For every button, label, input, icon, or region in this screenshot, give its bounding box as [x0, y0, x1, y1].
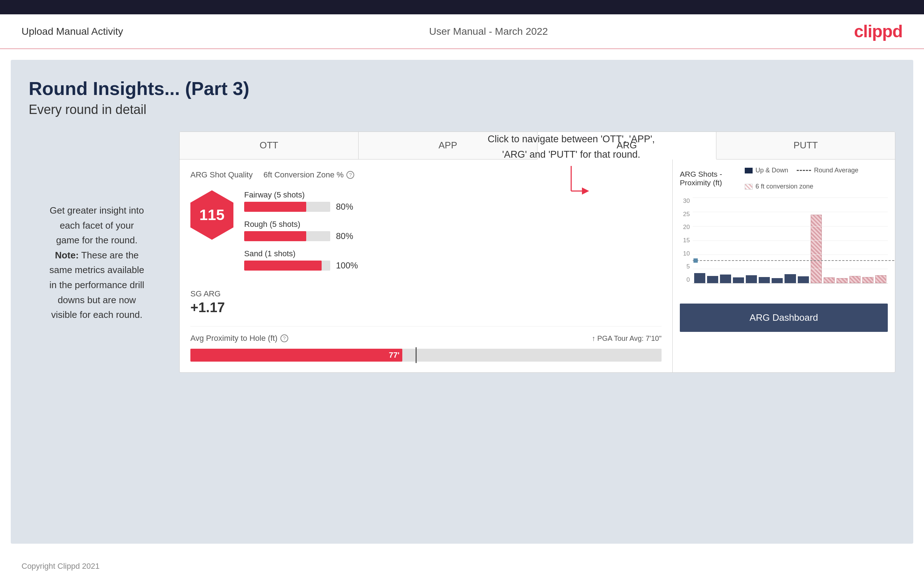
legend-box-dark [745, 168, 753, 174]
legend-hatched-box [745, 184, 753, 190]
chart-header: ARG Shots - Proximity (ft) Up & Down Rou… [680, 167, 888, 190]
proximity-header: Avg Proximity to Hole (ft) ? ↑ PGA Tour … [191, 334, 662, 343]
y-30: 30 [683, 197, 690, 205]
chart-legend: Up & Down Round Average 6 ft conversion … [745, 167, 888, 190]
grid-15 [693, 240, 888, 241]
pga-avg: ↑ PGA Tour Avg: 7'10" [591, 334, 662, 343]
bar-sand: Sand (1 shots) 100% [244, 249, 662, 271]
chart-title: ARG Shots - Proximity (ft) [680, 170, 745, 187]
sg-label: SG ARG [191, 289, 662, 298]
bar-sand-pct: 100% [336, 261, 358, 271]
bar-sand-fill [244, 261, 321, 271]
grid-25 [693, 212, 888, 212]
y-20: 20 [683, 224, 690, 231]
left-description: Get greater insight into each facet of y… [29, 203, 165, 322]
bars-area: 8 [693, 197, 888, 284]
clippd-logo: clippd [854, 21, 903, 41]
copyright-text: Copyright Clippd 2021 [21, 562, 100, 571]
tab-ott[interactable]: OTT [179, 132, 359, 159]
main-content: Round Insights... (Part 3) Every round i… [11, 60, 913, 544]
proximity-section: Avg Proximity to Hole (ft) ? ↑ PGA Tour … [191, 326, 662, 362]
grid-10 [693, 255, 888, 255]
tab-putt[interactable]: PUTT [716, 132, 895, 159]
left-panel: Get greater insight into each facet of y… [29, 132, 165, 373]
bar-sand-track: 100% [244, 261, 662, 271]
help-icon[interactable]: ? [346, 171, 354, 179]
dashed-round-avg: 8 [693, 260, 895, 261]
nav-annotation: Click to navigate between 'OTT', 'APP','… [488, 132, 655, 205]
legend-round-avg-label: Round Average [814, 167, 858, 174]
proximity-value: 77' [389, 350, 400, 360]
bar-rough-track: 80% [244, 231, 662, 241]
legend-round-avg: Round Average [797, 167, 858, 174]
proximity-label-wrapper: Avg Proximity to Hole (ft) ? [191, 334, 288, 343]
footer: Copyright Clippd 2021 [0, 554, 924, 577]
legend-dashed-line [797, 170, 811, 171]
bar-fairway-fill [244, 202, 306, 212]
bar-rough-outer [244, 231, 330, 241]
bar-fairway-pct: 80% [336, 202, 353, 212]
bar-sand-label: Sand (1 shots) [244, 249, 662, 258]
grid-5 [693, 269, 888, 269]
y-0: 0 [687, 276, 690, 284]
note-label: Note: [55, 250, 79, 261]
y-axis: 30 25 20 15 10 5 0 [680, 197, 691, 284]
bar-rough-pct: 80% [336, 231, 353, 241]
conversion-zone-label: 6ft Conversion Zone % ? [263, 170, 355, 180]
arg-dashboard-button[interactable]: ARG Dashboard [680, 303, 888, 332]
legend-6ft-label: 6 ft conversion zone [756, 183, 813, 190]
grid-30 [693, 197, 888, 198]
proximity-bar-track: 77' [191, 349, 662, 362]
proximity-bar-fill: 77' [191, 349, 402, 362]
bar-rough: Rough (5 shots) 80% [244, 220, 662, 241]
header: Upload Manual Activity User Manual - Mar… [0, 15, 924, 49]
slide-subtitle: Every round in detail [29, 102, 895, 117]
bar-fairway-outer [244, 202, 330, 212]
y-5: 5 [687, 263, 690, 270]
sg-value: +1.17 [191, 300, 662, 315]
legend-6ft-zone: 6 ft conversion zone [745, 183, 813, 190]
top-bar [0, 0, 924, 15]
bar-sand-outer [244, 261, 330, 271]
nav-annotation-text: Click to navigate between 'OTT', 'APP','… [488, 132, 655, 162]
slide-title: Round Insights... (Part 3) [29, 78, 895, 99]
legend-up-down: Up & Down [745, 167, 788, 174]
proximity-label: Avg Proximity to Hole (ft) [191, 334, 278, 343]
legend-up-down-label: Up & Down [756, 167, 788, 174]
grid-20 [693, 226, 888, 227]
chart-section: ARG Shots - Proximity (ft) Up & Down Rou… [673, 160, 895, 372]
arrow-svg [550, 162, 593, 205]
hex-score: 115 [191, 190, 233, 240]
chart-container: 30 25 20 15 10 5 0 [680, 197, 888, 291]
svg-marker-2 [582, 187, 589, 195]
dash-dot [693, 258, 698, 263]
y-15: 15 [683, 237, 690, 244]
y-10: 10 [683, 250, 690, 257]
upload-manual-activity-label: Upload Manual Activity [21, 26, 123, 37]
user-manual-date: User Manual - March 2022 [429, 26, 548, 37]
proximity-cursor [415, 347, 417, 363]
y-25: 25 [683, 211, 690, 218]
sg-section: SG ARG +1.17 [191, 289, 662, 315]
slide-header: Round Insights... (Part 3) Every round i… [29, 78, 895, 117]
arg-shot-quality-label: ARG Shot Quality [191, 170, 253, 180]
bar-rough-fill [244, 231, 306, 241]
bar-rough-label: Rough (5 shots) [244, 220, 662, 229]
content-area: Get greater insight into each facet of y… [29, 132, 895, 373]
proximity-help-icon[interactable]: ? [280, 334, 288, 342]
